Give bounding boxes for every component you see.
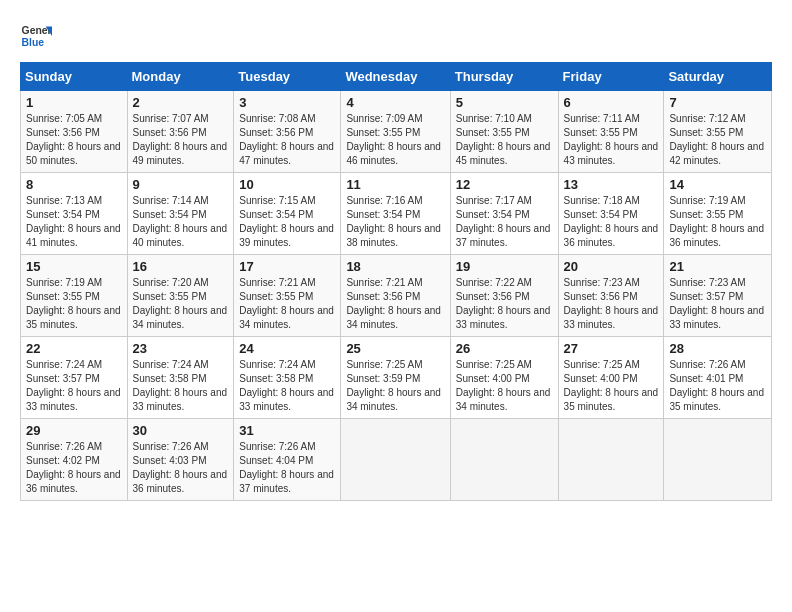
day-number: 8 bbox=[26, 177, 122, 192]
day-cell: 30 Sunrise: 7:26 AM Sunset: 4:03 PM Dayl… bbox=[127, 419, 234, 501]
day-number: 26 bbox=[456, 341, 553, 356]
header-cell-saturday: Saturday bbox=[664, 63, 772, 91]
day-info: Sunrise: 7:23 AM Sunset: 3:56 PM Dayligh… bbox=[564, 276, 659, 332]
day-info: Sunrise: 7:08 AM Sunset: 3:56 PM Dayligh… bbox=[239, 112, 335, 168]
day-number: 5 bbox=[456, 95, 553, 110]
day-number: 17 bbox=[239, 259, 335, 274]
day-cell: 28 Sunrise: 7:26 AM Sunset: 4:01 PM Dayl… bbox=[664, 337, 772, 419]
header-cell-tuesday: Tuesday bbox=[234, 63, 341, 91]
day-number: 14 bbox=[669, 177, 766, 192]
week-row-1: 1 Sunrise: 7:05 AM Sunset: 3:56 PM Dayli… bbox=[21, 91, 772, 173]
calendar-header-row: SundayMondayTuesdayWednesdayThursdayFrid… bbox=[21, 63, 772, 91]
day-info: Sunrise: 7:24 AM Sunset: 3:58 PM Dayligh… bbox=[239, 358, 335, 414]
header-cell-monday: Monday bbox=[127, 63, 234, 91]
day-cell: 27 Sunrise: 7:25 AM Sunset: 4:00 PM Dayl… bbox=[558, 337, 664, 419]
day-number: 28 bbox=[669, 341, 766, 356]
page-header: General Blue bbox=[20, 20, 772, 52]
day-cell: 16 Sunrise: 7:20 AM Sunset: 3:55 PM Dayl… bbox=[127, 255, 234, 337]
logo: General Blue bbox=[20, 20, 52, 52]
day-info: Sunrise: 7:25 AM Sunset: 3:59 PM Dayligh… bbox=[346, 358, 444, 414]
day-cell: 26 Sunrise: 7:25 AM Sunset: 4:00 PM Dayl… bbox=[450, 337, 558, 419]
day-cell: 17 Sunrise: 7:21 AM Sunset: 3:55 PM Dayl… bbox=[234, 255, 341, 337]
day-info: Sunrise: 7:05 AM Sunset: 3:56 PM Dayligh… bbox=[26, 112, 122, 168]
day-number: 16 bbox=[133, 259, 229, 274]
day-info: Sunrise: 7:14 AM Sunset: 3:54 PM Dayligh… bbox=[133, 194, 229, 250]
day-cell: 7 Sunrise: 7:12 AM Sunset: 3:55 PM Dayli… bbox=[664, 91, 772, 173]
day-number: 30 bbox=[133, 423, 229, 438]
day-info: Sunrise: 7:21 AM Sunset: 3:56 PM Dayligh… bbox=[346, 276, 444, 332]
day-cell: 31 Sunrise: 7:26 AM Sunset: 4:04 PM Dayl… bbox=[234, 419, 341, 501]
day-number: 11 bbox=[346, 177, 444, 192]
day-cell: 3 Sunrise: 7:08 AM Sunset: 3:56 PM Dayli… bbox=[234, 91, 341, 173]
day-info: Sunrise: 7:26 AM Sunset: 4:02 PM Dayligh… bbox=[26, 440, 122, 496]
day-cell: 22 Sunrise: 7:24 AM Sunset: 3:57 PM Dayl… bbox=[21, 337, 128, 419]
day-cell bbox=[664, 419, 772, 501]
day-cell: 4 Sunrise: 7:09 AM Sunset: 3:55 PM Dayli… bbox=[341, 91, 450, 173]
day-cell: 6 Sunrise: 7:11 AM Sunset: 3:55 PM Dayli… bbox=[558, 91, 664, 173]
day-info: Sunrise: 7:24 AM Sunset: 3:58 PM Dayligh… bbox=[133, 358, 229, 414]
day-number: 25 bbox=[346, 341, 444, 356]
day-cell: 10 Sunrise: 7:15 AM Sunset: 3:54 PM Dayl… bbox=[234, 173, 341, 255]
day-number: 31 bbox=[239, 423, 335, 438]
calendar-table: SundayMondayTuesdayWednesdayThursdayFrid… bbox=[20, 62, 772, 501]
day-cell: 20 Sunrise: 7:23 AM Sunset: 3:56 PM Dayl… bbox=[558, 255, 664, 337]
day-cell: 18 Sunrise: 7:21 AM Sunset: 3:56 PM Dayl… bbox=[341, 255, 450, 337]
day-cell: 15 Sunrise: 7:19 AM Sunset: 3:55 PM Dayl… bbox=[21, 255, 128, 337]
day-info: Sunrise: 7:15 AM Sunset: 3:54 PM Dayligh… bbox=[239, 194, 335, 250]
week-row-5: 29 Sunrise: 7:26 AM Sunset: 4:02 PM Dayl… bbox=[21, 419, 772, 501]
day-cell: 12 Sunrise: 7:17 AM Sunset: 3:54 PM Dayl… bbox=[450, 173, 558, 255]
day-cell: 23 Sunrise: 7:24 AM Sunset: 3:58 PM Dayl… bbox=[127, 337, 234, 419]
day-cell: 11 Sunrise: 7:16 AM Sunset: 3:54 PM Dayl… bbox=[341, 173, 450, 255]
day-number: 24 bbox=[239, 341, 335, 356]
day-cell bbox=[450, 419, 558, 501]
day-info: Sunrise: 7:09 AM Sunset: 3:55 PM Dayligh… bbox=[346, 112, 444, 168]
day-number: 3 bbox=[239, 95, 335, 110]
day-number: 13 bbox=[564, 177, 659, 192]
day-info: Sunrise: 7:20 AM Sunset: 3:55 PM Dayligh… bbox=[133, 276, 229, 332]
day-info: Sunrise: 7:16 AM Sunset: 3:54 PM Dayligh… bbox=[346, 194, 444, 250]
day-cell: 25 Sunrise: 7:25 AM Sunset: 3:59 PM Dayl… bbox=[341, 337, 450, 419]
day-number: 18 bbox=[346, 259, 444, 274]
day-number: 6 bbox=[564, 95, 659, 110]
day-cell: 2 Sunrise: 7:07 AM Sunset: 3:56 PM Dayli… bbox=[127, 91, 234, 173]
svg-text:Blue: Blue bbox=[22, 37, 45, 48]
day-info: Sunrise: 7:07 AM Sunset: 3:56 PM Dayligh… bbox=[133, 112, 229, 168]
week-row-2: 8 Sunrise: 7:13 AM Sunset: 3:54 PM Dayli… bbox=[21, 173, 772, 255]
day-cell bbox=[558, 419, 664, 501]
day-cell: 29 Sunrise: 7:26 AM Sunset: 4:02 PM Dayl… bbox=[21, 419, 128, 501]
week-row-4: 22 Sunrise: 7:24 AM Sunset: 3:57 PM Dayl… bbox=[21, 337, 772, 419]
day-info: Sunrise: 7:26 AM Sunset: 4:03 PM Dayligh… bbox=[133, 440, 229, 496]
day-number: 2 bbox=[133, 95, 229, 110]
day-cell: 19 Sunrise: 7:22 AM Sunset: 3:56 PM Dayl… bbox=[450, 255, 558, 337]
day-cell: 13 Sunrise: 7:18 AM Sunset: 3:54 PM Dayl… bbox=[558, 173, 664, 255]
day-number: 10 bbox=[239, 177, 335, 192]
day-info: Sunrise: 7:25 AM Sunset: 4:00 PM Dayligh… bbox=[456, 358, 553, 414]
day-info: Sunrise: 7:23 AM Sunset: 3:57 PM Dayligh… bbox=[669, 276, 766, 332]
day-info: Sunrise: 7:21 AM Sunset: 3:55 PM Dayligh… bbox=[239, 276, 335, 332]
day-number: 7 bbox=[669, 95, 766, 110]
day-number: 9 bbox=[133, 177, 229, 192]
day-number: 15 bbox=[26, 259, 122, 274]
header-cell-wednesday: Wednesday bbox=[341, 63, 450, 91]
day-cell: 1 Sunrise: 7:05 AM Sunset: 3:56 PM Dayli… bbox=[21, 91, 128, 173]
day-cell: 21 Sunrise: 7:23 AM Sunset: 3:57 PM Dayl… bbox=[664, 255, 772, 337]
day-number: 21 bbox=[669, 259, 766, 274]
day-info: Sunrise: 7:22 AM Sunset: 3:56 PM Dayligh… bbox=[456, 276, 553, 332]
header-cell-thursday: Thursday bbox=[450, 63, 558, 91]
week-row-3: 15 Sunrise: 7:19 AM Sunset: 3:55 PM Dayl… bbox=[21, 255, 772, 337]
day-number: 4 bbox=[346, 95, 444, 110]
day-info: Sunrise: 7:11 AM Sunset: 3:55 PM Dayligh… bbox=[564, 112, 659, 168]
day-number: 23 bbox=[133, 341, 229, 356]
day-cell: 8 Sunrise: 7:13 AM Sunset: 3:54 PM Dayli… bbox=[21, 173, 128, 255]
day-info: Sunrise: 7:18 AM Sunset: 3:54 PM Dayligh… bbox=[564, 194, 659, 250]
day-number: 12 bbox=[456, 177, 553, 192]
header-cell-sunday: Sunday bbox=[21, 63, 128, 91]
day-info: Sunrise: 7:19 AM Sunset: 3:55 PM Dayligh… bbox=[26, 276, 122, 332]
day-cell: 14 Sunrise: 7:19 AM Sunset: 3:55 PM Dayl… bbox=[664, 173, 772, 255]
day-info: Sunrise: 7:19 AM Sunset: 3:55 PM Dayligh… bbox=[669, 194, 766, 250]
day-cell: 5 Sunrise: 7:10 AM Sunset: 3:55 PM Dayli… bbox=[450, 91, 558, 173]
day-cell bbox=[341, 419, 450, 501]
day-number: 27 bbox=[564, 341, 659, 356]
day-number: 22 bbox=[26, 341, 122, 356]
day-cell: 9 Sunrise: 7:14 AM Sunset: 3:54 PM Dayli… bbox=[127, 173, 234, 255]
